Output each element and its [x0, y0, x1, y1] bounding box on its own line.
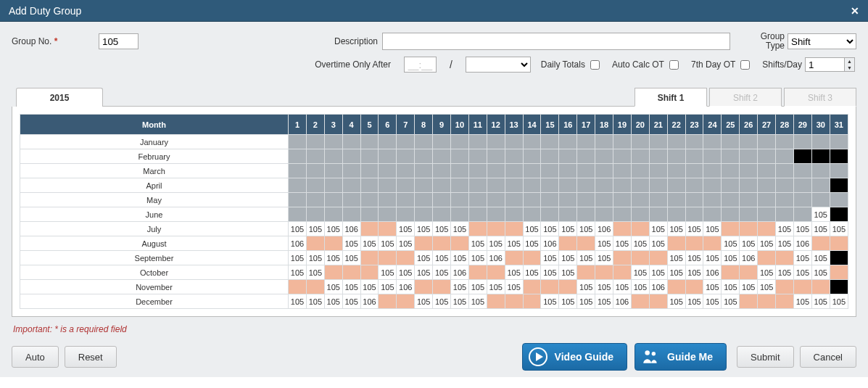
day-cell[interactable]: 106: [649, 280, 667, 294]
day-cell[interactable]: [758, 294, 776, 309]
day-cell[interactable]: [487, 265, 505, 280]
day-cell[interactable]: [613, 265, 632, 280]
day-cell[interactable]: [830, 135, 848, 149]
day-cell[interactable]: [541, 193, 559, 207]
day-cell[interactable]: [289, 280, 307, 294]
day-cell[interactable]: [306, 207, 324, 222]
day-cell[interactable]: [559, 164, 577, 178]
day-cell[interactable]: 105: [559, 251, 577, 265]
day-cell[interactable]: 105: [289, 251, 307, 265]
day-cell[interactable]: [722, 164, 740, 178]
day-cell[interactable]: 105: [379, 236, 397, 251]
day-cell[interactable]: [703, 236, 722, 251]
day-cell[interactable]: 105: [324, 294, 342, 309]
day-cell[interactable]: 105: [613, 280, 632, 294]
day-cell[interactable]: 105: [379, 280, 397, 294]
day-cell[interactable]: [740, 164, 758, 178]
day-cell[interactable]: [324, 164, 342, 178]
day-cell[interactable]: [685, 280, 703, 294]
day-cell[interactable]: [631, 294, 649, 309]
day-cell[interactable]: [830, 251, 848, 265]
guide-me-button[interactable]: Guide Me: [635, 343, 727, 371]
day-cell[interactable]: [667, 164, 685, 178]
day-cell[interactable]: [631, 135, 649, 149]
day-cell[interactable]: [811, 135, 830, 149]
day-cell[interactable]: [758, 251, 776, 265]
day-cell[interactable]: [487, 178, 505, 193]
day-cell[interactable]: [397, 149, 415, 164]
day-cell[interactable]: [379, 193, 397, 207]
day-cell[interactable]: [595, 265, 613, 280]
day-cell[interactable]: [649, 149, 667, 164]
day-cell[interactable]: 105: [667, 222, 685, 236]
day-cell[interactable]: [776, 280, 794, 294]
day-cell[interactable]: [324, 193, 342, 207]
day-cell[interactable]: [505, 178, 523, 193]
day-cell[interactable]: 105: [685, 294, 703, 309]
day-cell[interactable]: [667, 280, 685, 294]
day-cell[interactable]: 106: [342, 222, 360, 236]
day-cell[interactable]: 105: [487, 280, 505, 294]
day-cell[interactable]: 106: [541, 236, 559, 251]
day-cell[interactable]: [830, 207, 848, 222]
day-cell[interactable]: [397, 193, 415, 207]
day-cell[interactable]: 105: [306, 294, 324, 309]
day-cell[interactable]: 105: [342, 236, 360, 251]
day-cell[interactable]: [830, 236, 848, 251]
day-cell[interactable]: [397, 251, 415, 265]
day-cell[interactable]: [811, 178, 830, 193]
day-cell[interactable]: [559, 236, 577, 251]
day-cell[interactable]: [397, 164, 415, 178]
day-cell[interactable]: 106: [595, 222, 613, 236]
day-cell[interactable]: 105: [811, 265, 830, 280]
day-cell[interactable]: [415, 164, 433, 178]
day-cell[interactable]: [523, 251, 541, 265]
day-cell[interactable]: [468, 207, 487, 222]
day-cell[interactable]: [758, 207, 776, 222]
day-cell[interactable]: 105: [793, 222, 811, 236]
day-cell[interactable]: [415, 207, 433, 222]
day-cell[interactable]: [433, 207, 451, 222]
group-type-select[interactable]: Shift: [788, 33, 856, 49]
day-cell[interactable]: [811, 164, 830, 178]
day-cell[interactable]: [541, 207, 559, 222]
day-cell[interactable]: [342, 149, 360, 164]
day-cell[interactable]: [360, 149, 379, 164]
day-cell[interactable]: 105: [776, 222, 794, 236]
day-cell[interactable]: 105: [415, 294, 433, 309]
day-cell[interactable]: [379, 294, 397, 309]
day-cell[interactable]: [740, 207, 758, 222]
day-cell[interactable]: 105: [722, 236, 740, 251]
day-cell[interactable]: 105: [397, 222, 415, 236]
day-cell[interactable]: 105: [324, 222, 342, 236]
tab-shift-1[interactable]: Shift 1: [635, 88, 707, 107]
day-cell[interactable]: [830, 265, 848, 280]
day-cell[interactable]: [613, 135, 632, 149]
day-cell[interactable]: [577, 193, 595, 207]
day-cell[interactable]: [595, 164, 613, 178]
day-cell[interactable]: [360, 251, 379, 265]
day-cell[interactable]: [342, 193, 360, 207]
spinner-up-icon[interactable]: ▲: [845, 58, 854, 65]
day-cell[interactable]: [541, 178, 559, 193]
day-cell[interactable]: 105: [415, 222, 433, 236]
day-cell[interactable]: [379, 178, 397, 193]
day-cell[interactable]: 105: [360, 236, 379, 251]
day-cell[interactable]: [468, 135, 487, 149]
day-cell[interactable]: 105: [433, 265, 451, 280]
day-cell[interactable]: [722, 193, 740, 207]
day-cell[interactable]: [342, 178, 360, 193]
day-cell[interactable]: [541, 164, 559, 178]
auto-calc-field[interactable]: Auto Calc OT: [612, 58, 681, 72]
day-cell[interactable]: [342, 207, 360, 222]
day-cell[interactable]: [631, 251, 649, 265]
day-cell[interactable]: [342, 265, 360, 280]
day-cell[interactable]: [306, 135, 324, 149]
day-cell[interactable]: 105: [541, 222, 559, 236]
day-cell[interactable]: [360, 178, 379, 193]
day-cell[interactable]: [523, 207, 541, 222]
day-cell[interactable]: 106: [451, 265, 469, 280]
day-cell[interactable]: 105: [703, 251, 722, 265]
day-cell[interactable]: [703, 193, 722, 207]
day-cell[interactable]: [523, 135, 541, 149]
